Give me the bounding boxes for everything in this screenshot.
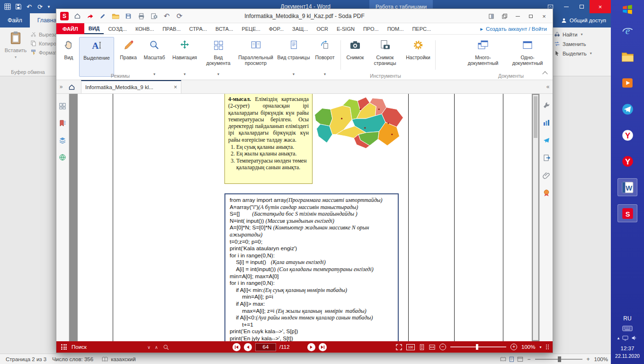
fullscreen-icon[interactable] [396, 344, 402, 350]
parallel-view-button[interactable]: Параллельный просмотр [235, 37, 276, 77]
view-mode-button[interactable]: Вид [59, 37, 78, 77]
soda-ribbon-tab[interactable]: СТРА... [185, 23, 211, 34]
create-account-login-link[interactable]: ▸ Создать аккаунт / Войти [480, 23, 553, 34]
rotate-button[interactable]: Поворот ▾ [311, 37, 339, 77]
columns-icon[interactable] [542, 118, 551, 127]
word-tab-file[interactable]: Файл [0, 13, 30, 27]
soda-ribbon-tab[interactable]: КОНВ... [131, 23, 158, 34]
taskbar-soda-pdf[interactable]: S [617, 204, 637, 222]
zoom-value[interactable]: 100% [521, 344, 535, 350]
soda-ribbon-tab[interactable]: ФОР... [265, 23, 288, 34]
display-icon[interactable] [622, 336, 628, 341]
edit-pencil-icon[interactable] [98, 11, 107, 21]
snapshot-button[interactable]: Снимок [343, 37, 367, 77]
expand-left-panel-icon[interactable]: » [56, 83, 66, 90]
print-setup-icon[interactable] [150, 11, 158, 21]
soda-ribbon-tab[interactable]: ВИД [84, 23, 104, 34]
share-icon[interactable] [542, 136, 551, 145]
replace-button[interactable]: Заменить [554, 41, 603, 47]
taskbar-media-player[interactable] [617, 74, 637, 92]
zoom-out-icon[interactable]: − [439, 344, 446, 350]
share-arrow-icon[interactable] [86, 11, 94, 21]
links-icon[interactable] [58, 153, 67, 162]
stamp-icon[interactable] [542, 188, 551, 198]
last-page-button[interactable] [319, 343, 327, 351]
multi-document-button[interactable]: Много-документный [461, 37, 505, 77]
soda-ribbon-tab[interactable]: ПОМ... [383, 23, 408, 34]
zoom-slider[interactable] [450, 346, 506, 347]
actual-size-icon[interactable]: 100 [406, 344, 415, 350]
page-number-input[interactable]: 64 [255, 343, 276, 351]
taskbar-internet-explorer[interactable]: e [617, 22, 637, 40]
settings-button[interactable]: Настройки [403, 37, 433, 77]
word-zoom-in-icon[interactable]: + [587, 356, 590, 363]
read-mode-icon[interactable] [500, 356, 506, 362]
thumbnails-icon[interactable] [58, 101, 67, 111]
taskbar-yandex[interactable]: Y [617, 126, 637, 144]
layers-icon[interactable] [58, 136, 67, 145]
export-icon[interactable] [542, 153, 551, 163]
document-tab[interactable]: Informatika_Metodika_9 kl... × [81, 80, 181, 93]
soda-ribbon-tab[interactable]: ПРАВ... [158, 23, 185, 34]
home-icon[interactable] [73, 11, 81, 21]
single-document-button[interactable]: Одно-документный [507, 37, 548, 77]
save-icon[interactable] [124, 11, 133, 21]
taskbar-file-explorer[interactable] [617, 48, 637, 66]
pdf-viewport[interactable]: 4-мысал. Еліміздің картасында (2-сурет) … [69, 94, 539, 341]
chevron-down-icon[interactable]: ▾ [217, 72, 219, 76]
status-menu-icon[interactable] [61, 344, 67, 350]
select-button[interactable]: Выделить ▾ [554, 50, 603, 56]
attachment-icon[interactable] [542, 171, 551, 180]
volume-icon[interactable] [631, 335, 637, 341]
soda-close-icon[interactable]: × [538, 10, 550, 22]
home-tab-icon[interactable] [66, 83, 77, 91]
language-indicator[interactable]: казахский [111, 356, 135, 362]
search-input[interactable]: Поиск [72, 344, 87, 350]
soda-ribbon-tab[interactable]: ПЕРС... [408, 23, 435, 34]
taskbar-telegram[interactable] [617, 100, 637, 118]
page-indicator[interactable]: Страница 2 из 3 [6, 356, 46, 362]
find-button[interactable]: Найти ▾ [554, 31, 603, 37]
soda-ribbon-tab[interactable]: ФАЙЛ [56, 23, 84, 34]
fit-height-icon[interactable] [419, 344, 425, 350]
float-window-icon[interactable] [499, 10, 510, 22]
search-next-icon[interactable]: ∨ [147, 345, 151, 350]
web-layout-icon[interactable] [517, 356, 523, 362]
soda-ribbon-tab[interactable]: E-SIGN [332, 23, 359, 34]
search-icon[interactable] [163, 344, 169, 350]
chevron-down-icon[interactable]: ▾ [293, 72, 295, 76]
word-count-indicator[interactable]: Число слов: 356 [52, 356, 93, 362]
undo-icon[interactable]: ↶ [162, 11, 171, 21]
keyboard-icon[interactable] [622, 326, 633, 331]
next-page-button[interactable] [307, 343, 315, 351]
soda-ribbon-tab[interactable]: СОЗД... [104, 23, 131, 34]
layout-options-icon[interactable] [546, 345, 549, 350]
open-folder-icon[interactable] [111, 11, 120, 21]
zoom-in-icon[interactable]: + [510, 344, 517, 350]
soda-ribbon-tab[interactable]: ПРО... [359, 23, 383, 34]
tools-icon[interactable] [542, 100, 551, 110]
paste-button[interactable]: Вставить ▾ [3, 30, 28, 70]
zoom-dropdown-icon[interactable]: ▾ [539, 345, 541, 349]
document-view-button[interactable]: Вид документа ▾ [202, 37, 234, 77]
edit-mode-button[interactable]: Правка [116, 37, 141, 77]
word-minimize-icon[interactable] [558, 0, 574, 13]
print-layout-icon[interactable] [509, 356, 515, 362]
soda-ribbon-tab[interactable]: ЗАЩ... [288, 23, 312, 34]
selection-mode-button[interactable]: A Выделение [79, 37, 114, 77]
close-document-icon[interactable]: × [174, 84, 177, 91]
fit-width-icon[interactable] [429, 344, 435, 350]
language-indicator[interactable]: RU [623, 315, 631, 322]
navigation-button[interactable]: Навигация ▾ [168, 37, 201, 77]
soda-restore-icon[interactable] [525, 10, 537, 22]
soda-ribbon-tab[interactable]: ВСТА... [211, 23, 237, 34]
share-button[interactable]: Общий доступ [561, 13, 606, 27]
zoom-slider-thumb[interactable] [476, 344, 478, 350]
hidden-icons-icon[interactable]: ▴ [617, 336, 620, 340]
word-restore-icon[interactable] [574, 0, 590, 13]
soda-minimize-icon[interactable] [512, 10, 523, 22]
chevron-down-icon[interactable]: ▾ [184, 72, 186, 76]
word-zoom-slider-thumb[interactable] [558, 356, 561, 362]
word-zoom-out-icon[interactable]: − [528, 356, 531, 363]
start-button[interactable] [611, 0, 644, 19]
